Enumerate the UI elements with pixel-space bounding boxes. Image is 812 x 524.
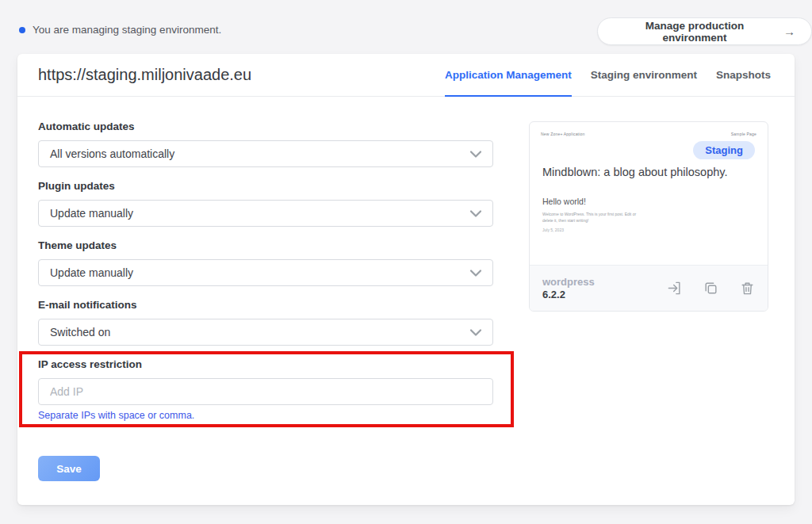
site-preview-card: New Zone+ Application Sample Page Stagin… xyxy=(529,121,768,312)
app-info: wordpress 6.2.2 xyxy=(542,276,595,301)
card-header: https://staging.miljonivaade.eu Applicat… xyxy=(17,54,795,97)
tab-snapshots[interactable]: Snapshots xyxy=(716,54,771,96)
chevron-down-icon xyxy=(470,270,481,277)
email-notifications-select[interactable]: Switched on xyxy=(38,319,493,346)
copy-icon[interactable] xyxy=(703,281,718,296)
automatic-updates-select[interactable]: All versions automatically xyxy=(38,140,493,167)
arrow-right-icon: → xyxy=(783,25,795,38)
preview-nav-link: Sample Page xyxy=(731,132,756,136)
staging-url-title: https://staging.miljonivaade.eu xyxy=(38,66,251,84)
preview-site-name: New Zone+ Application xyxy=(541,132,584,136)
ip-helper-link[interactable]: Separate IPs with space or comma. xyxy=(38,410,493,421)
preview-post-title: Hello world! xyxy=(542,197,586,206)
status-dot-icon xyxy=(19,27,25,33)
ip-access-input[interactable] xyxy=(38,378,493,405)
settings-form: Automatic updates All versions automatic… xyxy=(38,120,493,421)
email-notifications-value: Switched on xyxy=(50,326,110,338)
theme-updates-value: Update manually xyxy=(50,266,133,279)
chevron-down-icon xyxy=(470,151,481,158)
plugin-updates-label: Plugin updates xyxy=(38,180,493,193)
chevron-down-icon xyxy=(470,210,481,217)
preview-heading: Mindblown: a blog about philosophy. xyxy=(542,166,756,178)
preview-actions xyxy=(667,281,755,296)
app-version: 6.2.2 xyxy=(542,289,595,301)
staging-badge: Staging xyxy=(693,141,755,159)
tab-bar: Application Management Staging environme… xyxy=(445,54,771,96)
banner-text: You are managing staging environment. xyxy=(33,24,221,36)
automatic-updates-value: All versions automatically xyxy=(50,147,174,160)
app-name: wordpress xyxy=(542,276,595,289)
manage-production-button[interactable]: Manage production environment → xyxy=(597,17,812,45)
ip-access-restriction-label: IP access restriction xyxy=(38,358,493,371)
plugin-updates-value: Update manually xyxy=(50,207,133,220)
login-icon[interactable] xyxy=(667,281,682,296)
save-button[interactable]: Save xyxy=(38,456,100,481)
theme-updates-label: Theme updates xyxy=(38,239,493,252)
staging-banner: You are managing staging environment. xyxy=(19,24,221,36)
manage-production-label: Manage production environment xyxy=(614,20,776,44)
preview-post-date: July 5, 2023 xyxy=(542,228,564,232)
trash-icon[interactable] xyxy=(740,281,755,296)
theme-updates-select[interactable]: Update manually xyxy=(38,259,493,286)
preview-footer: wordpress 6.2.2 xyxy=(530,265,768,311)
plugin-updates-select[interactable]: Update manually xyxy=(38,200,493,227)
staging-settings-card: https://staging.miljonivaade.eu Applicat… xyxy=(17,54,795,505)
automatic-updates-label: Automatic updates xyxy=(38,120,493,133)
email-notifications-label: E-mail notifications xyxy=(38,299,493,312)
preview-post-excerpt: Welcome to WordPress. This is your first… xyxy=(542,211,642,224)
tab-application-management[interactable]: Application Management xyxy=(445,54,572,96)
preview-mini-header: New Zone+ Application Sample Page xyxy=(541,132,756,136)
chevron-down-icon xyxy=(470,329,481,336)
tab-staging-environment[interactable]: Staging environment xyxy=(591,54,697,96)
